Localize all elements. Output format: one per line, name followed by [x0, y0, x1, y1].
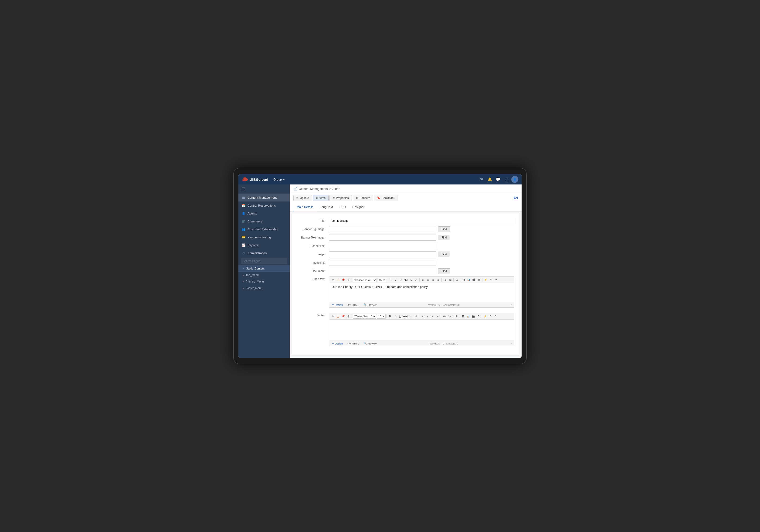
footer-rte-font-select[interactable]: "Times New ..." [353, 314, 376, 319]
rte-undo[interactable]: ↶ [489, 278, 493, 282]
sidebar-item-administration[interactable]: ⚙ Administration [238, 249, 290, 257]
banner-bg-find-button[interactable]: Find [438, 226, 450, 232]
footer-design-tab[interactable]: ✏ Design [331, 341, 344, 345]
hamburger-icon[interactable]: ☰ [238, 184, 290, 194]
preview-tab[interactable]: 🔍 Preview [362, 303, 377, 307]
footer-rte-align-center[interactable]: ≡ [425, 314, 430, 319]
footer-rte-redo[interactable]: ↷ [493, 314, 498, 319]
footer-rte-align-left[interactable]: ≡ [420, 314, 425, 319]
rte-media[interactable]: 🎬 [471, 278, 476, 282]
rte-resize-handle[interactable]: ⤢ [510, 304, 512, 306]
rte-bold[interactable]: B [388, 278, 393, 282]
footer-rte-list-unordered[interactable]: •≡ [442, 314, 447, 319]
rte-source[interactable]: ⚡ [483, 278, 488, 282]
rte-list-ordered[interactable]: 1≡ [448, 278, 452, 282]
footer-rte-cut[interactable]: ✂ [331, 314, 335, 319]
footer-rte-strikethrough[interactable]: abc [403, 314, 408, 319]
tree-item-primary-menu[interactable]: ▶ Primary_Menu [238, 278, 290, 285]
footer-rte-justify[interactable]: ≡ [435, 314, 440, 319]
rte-table[interactable]: ⊞ [454, 278, 459, 282]
user-avatar-button[interactable]: 👤 [511, 176, 518, 183]
title-input[interactable] [329, 218, 514, 224]
fullscreen-button[interactable]: ⛶ [503, 176, 510, 183]
footer-rte-source[interactable]: ⚡ [483, 314, 488, 319]
footer-rte-special-char[interactable]: Ω [476, 314, 481, 319]
document-find-button[interactable]: Find [438, 268, 450, 274]
rte-print[interactable]: 🖨 [346, 278, 351, 282]
tree-item-static-content[interactable]: ▼ Static_Content [238, 265, 290, 272]
footer-rte-underline[interactable]: U [398, 314, 403, 319]
footer-rte-superscript[interactable]: x¹ [413, 314, 418, 319]
rte-align-center[interactable]: ≡ [426, 278, 430, 282]
rte-table-insert[interactable]: 📊 [466, 278, 471, 282]
rte-font-select[interactable]: "Segoe UI", A... [353, 278, 377, 282]
sidebar-item-reports[interactable]: 📈 Reports [238, 241, 290, 249]
tree-item-top-menu[interactable]: ▶ Top_Menu [238, 272, 290, 278]
footer-html-tab[interactable]: </> HTML [347, 342, 360, 345]
rte-special-char[interactable]: Ω [477, 278, 481, 282]
document-input[interactable] [329, 268, 436, 274]
banner-text-image-input[interactable] [329, 235, 436, 241]
language-selector[interactable]: EN [514, 196, 518, 200]
group-dropdown[interactable]: Group ▾ [271, 177, 287, 182]
footer-rte-undo[interactable]: ↶ [488, 314, 493, 319]
image-link-input[interactable] [329, 260, 436, 266]
tab-long-text[interactable]: Long Text [317, 203, 336, 211]
footer-rte-italic[interactable]: I [393, 314, 398, 319]
footer-rte-image-insert[interactable]: 🖼 [461, 314, 465, 319]
banner-bg-image-input[interactable] [329, 226, 436, 232]
footer-preview-tab[interactable]: 🔍 Preview [362, 341, 377, 345]
footer-rte-table[interactable]: ⊞ [454, 314, 459, 319]
items-button[interactable]: ≡ Items [313, 195, 329, 201]
bookmark-button[interactable]: 🔖 Bookmark [374, 195, 397, 201]
rte-underline[interactable]: U [399, 278, 403, 282]
sidebar-item-payment-clearing[interactable]: 💳 Payment clearing [238, 233, 290, 241]
design-tab[interactable]: ✏ Design [331, 303, 344, 307]
bell-button[interactable]: 🔔 [486, 176, 493, 183]
chat-button[interactable]: 💬 [495, 176, 501, 183]
footer-rte-paste[interactable]: 📌 [341, 314, 346, 319]
rte-superscript[interactable]: x¹ [414, 278, 418, 282]
short-text-editor[interactable]: Our Top Priority - Our Guests: COVID-19 … [329, 283, 514, 302]
footer-rte-print[interactable]: 🖨 [346, 314, 351, 319]
sidebar-item-commerce[interactable]: 🛒 Commerce [238, 217, 290, 225]
footer-rte-subscript[interactable]: x₁ [408, 314, 413, 319]
rte-image-insert[interactable]: 🖼 [461, 278, 466, 282]
tab-seo[interactable]: SEO [336, 203, 349, 211]
rte-size-select[interactable]: 15px [377, 278, 386, 282]
footer-rte-copy[interactable]: 📋 [336, 314, 340, 319]
rte-redo[interactable]: ↷ [494, 278, 498, 282]
rte-align-right[interactable]: ≡ [431, 278, 435, 282]
rte-italic[interactable]: I [393, 278, 398, 282]
image-find-button[interactable]: Find [438, 252, 450, 257]
search-pages-input[interactable] [241, 258, 287, 264]
footer-rte-size-select[interactable]: 16px [377, 314, 386, 319]
rte-strikethrough[interactable]: abc [404, 278, 408, 282]
footer-rte-bold[interactable]: B [388, 314, 392, 319]
rte-align-left[interactable]: ≡ [420, 278, 425, 282]
sidebar-item-agents[interactable]: 👤 Agents [238, 210, 290, 217]
rte-copy[interactable]: 📋 [336, 278, 340, 282]
banner-text-find-button[interactable]: Find [438, 235, 450, 240]
footer-rte-resize-handle[interactable]: ⤢ [510, 342, 512, 345]
footer-editor[interactable] [329, 319, 514, 341]
image-input[interactable] [329, 251, 436, 257]
mail-button[interactable]: ✉ [478, 176, 485, 183]
properties-button[interactable]: ≣ Properties [329, 195, 352, 201]
sidebar-item-customer-relationship[interactable]: 👥 Customer Relationship [238, 225, 290, 233]
update-button[interactable]: ✏ Update [293, 195, 312, 201]
rte-paste[interactable]: 📌 [341, 278, 346, 282]
footer-rte-media[interactable]: 🎬 [471, 314, 476, 319]
sidebar-item-content-management[interactable]: ▦ Content Management [238, 194, 290, 202]
rte-justify[interactable]: ≡ [436, 278, 441, 282]
footer-rte-list-ordered[interactable]: 1≡ [447, 314, 452, 319]
rte-list-unordered[interactable]: •≡ [443, 278, 447, 282]
rte-cut[interactable]: ✂ [331, 278, 335, 282]
html-tab[interactable]: </> HTML [347, 303, 360, 307]
tab-designer[interactable]: Designer [349, 203, 368, 211]
tree-item-footer-menu[interactable]: ▶ Footer_Menu [238, 285, 290, 291]
banner-link-input[interactable] [329, 243, 436, 249]
tab-main-details[interactable]: Main Details [293, 203, 317, 211]
banners-button[interactable]: 🖼 Banners [353, 195, 373, 201]
footer-rte-align-right[interactable]: ≡ [430, 314, 435, 319]
